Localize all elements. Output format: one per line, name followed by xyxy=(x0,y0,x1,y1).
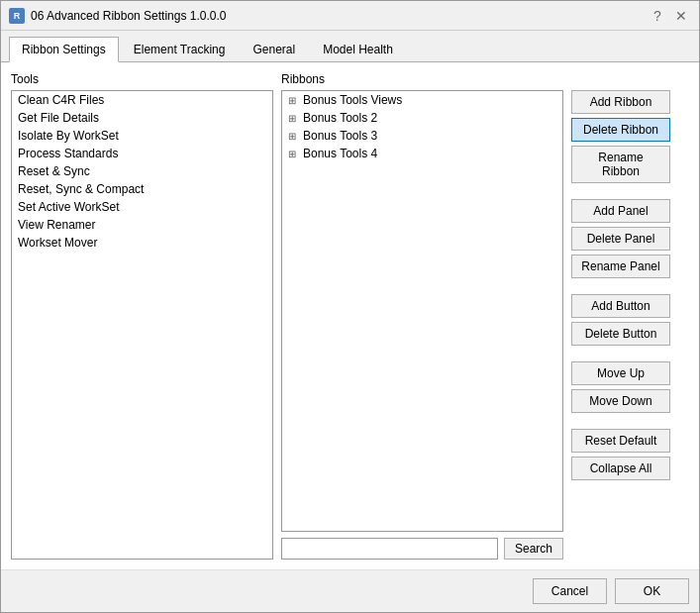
ribbons-section: Ribbons ⊞ Bonus Tools Views ⊞ Bonus Tool… xyxy=(281,72,563,560)
ribbon-item-label-2: Bonus Tools 3 xyxy=(303,129,377,143)
delete-ribbon-button[interactable]: Delete Ribbon xyxy=(571,118,670,142)
footer: Cancel OK xyxy=(1,569,699,612)
move-up-button[interactable]: Move Up xyxy=(571,361,670,385)
tab-ribbon-settings[interactable]: Ribbon Settings xyxy=(9,37,119,62)
tool-item-set-active-workset[interactable]: Set Active WorkSet xyxy=(12,198,272,216)
tool-item-workset-mover[interactable]: Workset Mover xyxy=(12,234,272,252)
tab-model-health[interactable]: Model Health xyxy=(310,37,406,61)
main-window: R 06 Advanced Ribbon Settings 1.0.0.0 ? … xyxy=(0,0,700,613)
expand-icon-0: ⊞ xyxy=(288,95,300,106)
delete-button-button[interactable]: Delete Button xyxy=(571,322,670,346)
tab-element-tracking[interactable]: Element Tracking xyxy=(121,37,239,61)
search-button[interactable]: Search xyxy=(504,538,563,560)
close-button[interactable]: ✕ xyxy=(671,6,691,26)
ribbon-item-bonus-2[interactable]: ⊞ Bonus Tools 2 xyxy=(282,109,562,127)
window-title: 06 Advanced Ribbon Settings 1.0.0.0 xyxy=(31,9,648,23)
add-panel-button[interactable]: Add Panel xyxy=(571,199,670,223)
action-buttons: Add Ribbon Delete Ribbon Rename Ribbon A… xyxy=(571,72,670,560)
tools-list[interactable]: Clean C4R Files Get File Details Isolate… xyxy=(11,90,273,560)
tab-general[interactable]: General xyxy=(240,37,308,61)
ribbons-bottom-bar: Search xyxy=(281,538,563,560)
search-input[interactable] xyxy=(281,538,498,560)
tab-bar: Ribbon Settings Element Tracking General… xyxy=(1,31,699,62)
ribbon-item-label-0: Bonus Tools Views xyxy=(303,93,402,107)
ribbon-item-bonus-4[interactable]: ⊞ Bonus Tools 4 xyxy=(282,145,562,162)
reset-default-button[interactable]: Reset Default xyxy=(571,429,670,453)
tool-item-process-standards[interactable]: Process Standards xyxy=(12,145,272,162)
tool-item-view-renamer[interactable]: View Renamer xyxy=(12,216,272,234)
collapse-all-button[interactable]: Collapse All xyxy=(571,457,670,480)
add-button-button[interactable]: Add Button xyxy=(571,294,670,318)
ribbon-item-bonus-views[interactable]: ⊞ Bonus Tools Views xyxy=(282,91,562,109)
help-button[interactable]: ? xyxy=(648,6,667,26)
main-layout: Tools Clean C4R Files Get File Details I… xyxy=(11,72,689,560)
rename-ribbon-button[interactable]: Rename Ribbon xyxy=(571,146,670,183)
expand-icon-2: ⊞ xyxy=(288,131,300,142)
expand-icon-3: ⊞ xyxy=(288,149,300,159)
delete-panel-button[interactable]: Delete Panel xyxy=(571,227,670,251)
tool-item-clean-c4r[interactable]: Clean C4R Files xyxy=(12,91,272,109)
add-ribbon-button[interactable]: Add Ribbon xyxy=(571,90,670,114)
expand-icon-1: ⊞ xyxy=(288,113,300,124)
tool-item-get-file-details[interactable]: Get File Details xyxy=(12,109,272,127)
content-area: Tools Clean C4R Files Get File Details I… xyxy=(1,62,699,569)
title-bar: R 06 Advanced Ribbon Settings 1.0.0.0 ? … xyxy=(1,1,699,31)
tools-section: Tools Clean C4R Files Get File Details I… xyxy=(11,72,273,560)
cancel-button[interactable]: Cancel xyxy=(533,578,607,604)
tools-label: Tools xyxy=(11,72,273,86)
tool-item-reset-sync-compact[interactable]: Reset, Sync & Compact xyxy=(12,180,272,198)
ribbon-item-label-1: Bonus Tools 2 xyxy=(303,111,377,125)
tool-item-reset-sync[interactable]: Reset & Sync xyxy=(12,162,272,180)
rename-panel-button[interactable]: Rename Panel xyxy=(571,255,670,278)
ribbon-item-bonus-3[interactable]: ⊞ Bonus Tools 3 xyxy=(282,127,562,145)
ribbons-label: Ribbons xyxy=(281,72,563,86)
move-down-button[interactable]: Move Down xyxy=(571,389,670,413)
tool-item-isolate-by-workset[interactable]: Isolate By WorkSet xyxy=(12,127,272,145)
ribbon-item-label-3: Bonus Tools 4 xyxy=(303,147,377,160)
window-controls: ? ✕ xyxy=(648,6,691,26)
ok-button[interactable]: OK xyxy=(615,578,689,604)
ribbons-list[interactable]: ⊞ Bonus Tools Views ⊞ Bonus Tools 2 ⊞ Bo… xyxy=(281,90,563,532)
app-icon: R xyxy=(9,8,25,24)
